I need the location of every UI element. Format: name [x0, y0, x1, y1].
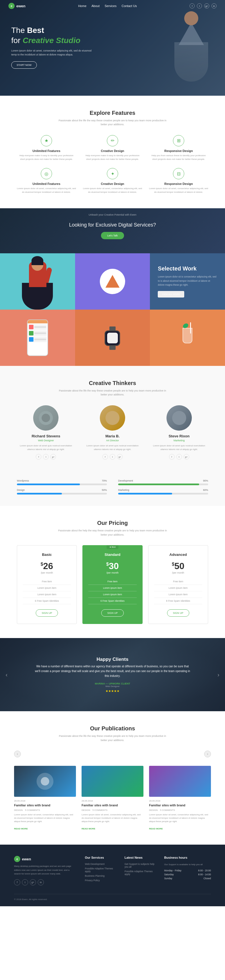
mobile-thumb-2 [29, 331, 33, 336]
dark-banner-pretitle: Unleash your Creative Potential with Ewe… [0, 213, 225, 216]
team-social-fb-2[interactable]: f [102, 454, 108, 460]
feature-icon-2: ✏ [107, 135, 118, 146]
logo-text: ewen [16, 4, 25, 8]
team-member-2: Maria B. Art Director Lorem ipsum dolor … [84, 405, 142, 460]
feature-item-1: ★ Unlimited Features Help everyone make … [17, 135, 76, 161]
pricing-card-advanced: Advanced $50 /per month Free item Lorem … [148, 545, 208, 624]
nav-link-services[interactable]: Services [105, 4, 116, 8]
footer-brand: e ewen Many desktop publishing packages … [14, 856, 76, 885]
woman-figure [22, 256, 53, 310]
footer-hours-mon: Monday - Friday 8:00 - 20:00 [164, 869, 211, 872]
mobile-text-3 [34, 339, 46, 340]
social-icon-in[interactable]: in [211, 3, 217, 8]
feature-desc-2: Help everyone make it easy to identify y… [83, 154, 142, 161]
nav-link-about[interactable]: About [91, 4, 100, 8]
footer-social-gp[interactable]: g+ [30, 879, 36, 885]
footer-logo: e ewen [14, 856, 76, 862]
team-photo-1 [33, 405, 59, 431]
pub-card-2: 28.09.2018 Familiar sites with brand DES… [82, 766, 143, 830]
pub-readmore-1[interactable]: READ MORE [14, 827, 28, 830]
nav-link-home[interactable]: Home [78, 4, 86, 8]
feature-desc-5: Lorem ipsum dolor sit amet, consectetur … [83, 187, 142, 194]
footer-social-tw[interactable]: t [22, 879, 28, 885]
footer-time-sat: 8:00 - 14:00 [198, 873, 211, 876]
plan-feature-std-3: Lorem ipsum item [88, 591, 136, 598]
testimonial-text: We have a number of different teams with… [34, 664, 191, 678]
feature-icon-1: ★ [41, 135, 52, 146]
logo-icon: e [8, 3, 14, 9]
plan-period-basic: /per month [23, 571, 71, 574]
portfolio-cell-mobile[interactable] [0, 310, 75, 366]
footer-hours-sat: Saturday 8:00 - 14:00 [164, 873, 211, 876]
portfolio-cell-watch[interactable] [75, 310, 150, 366]
social-icon-gp[interactable]: g+ [204, 3, 209, 8]
plan-feature-adv-3: Lorem ipsum item [154, 591, 202, 598]
plan-name-advanced: Advanced [154, 552, 202, 557]
portfolio-cell-drink[interactable] [150, 310, 225, 366]
pub-prev-button[interactable]: ‹ [14, 751, 21, 757]
team-social-1: f t g+ [17, 454, 75, 460]
portfolio-cta-button[interactable]: VIEW ALL WORK [158, 291, 184, 298]
testimonial-section: ‹ Happy Clients We have a number of diff… [0, 638, 225, 711]
pub-readmore-3[interactable]: READ MORE [149, 827, 163, 830]
feature-item-4: ◎ Unlimited Features Lorem ipsum dolor s… [17, 168, 76, 194]
team-desc-1: Lorem ipsum dolor sit amet quis nostrud … [17, 444, 75, 452]
team-name-2: Maria B. [84, 434, 142, 438]
testimonial-stars: ★★★★★ [34, 689, 191, 693]
plan-name-standard: Standard [88, 552, 136, 557]
plan-cta-basic[interactable]: SIGN UP [36, 609, 58, 617]
team-subtitle: Passionate about the life the way these … [56, 389, 169, 397]
plan-cta-advanced[interactable]: SIGN UP [167, 609, 189, 617]
team-role-1: Web Designer [17, 439, 75, 442]
feature-desc-4: Lorem ipsum dolor sit amet, consectetur … [17, 187, 76, 194]
dark-banner-section: Unleash your Creative Potential with Ewe… [0, 208, 225, 253]
footer-hours-list: Monday - Friday 8:00 - 20:00 Saturday 8:… [164, 869, 211, 880]
nav-social: f t g+ in [190, 3, 217, 8]
pub-comments-3: 5 COMMENTS [160, 809, 175, 811]
footer-social-fb[interactable]: f [14, 879, 20, 885]
publications-subtitle: Passionate about the life the way these … [56, 734, 169, 742]
team-social-3: f t g+ [150, 454, 208, 460]
team-social-tw-3[interactable]: t [176, 454, 182, 460]
social-icon-tw[interactable]: t [197, 3, 202, 8]
team-social-gp-3[interactable]: g+ [184, 454, 189, 460]
dark-banner-title: Looking for Exclusive Digital Services? [69, 222, 156, 228]
footer-about-text: Many desktop publishing packages and we … [14, 864, 76, 876]
footer-copyright: © 2018 Ewen. All rights reserved. [14, 898, 47, 900]
pricing-grid: Basic $26 /per month Free item Lorem ips… [17, 545, 208, 624]
team-social-tw-1[interactable]: t [43, 454, 49, 460]
triangle-container [100, 269, 125, 294]
portfolio-cell-triangle[interactable] [75, 253, 150, 310]
pub-img-overlay-1 [14, 766, 76, 797]
team-social-tw-2[interactable]: t [110, 454, 115, 460]
team-social-fb-1[interactable]: f [36, 454, 41, 460]
team-social-fb-3[interactable]: f [169, 454, 175, 460]
footer-service-2: Possible Adaptive Themes apply [85, 867, 116, 873]
plan-price-standard: $30 [88, 561, 136, 571]
team-member-1: Richard Stevens Web Designer Lorem ipsum… [17, 405, 75, 460]
skill-bar-design [17, 493, 107, 495]
pub-readmore-2[interactable]: READ MORE [82, 827, 95, 830]
footer-time-mon: 8:00 - 20:00 [198, 869, 211, 872]
footer-day-sun: Sunday [164, 877, 173, 880]
team-member-3: Steve Rixon Marketing Lorem ipsum dolor … [150, 405, 208, 460]
pub-desc-2: Lorem ipsum dolor sit amet, consectetur … [82, 813, 143, 823]
portfolio-section: Selected Work Lorem ipsum dolor sit is c… [0, 253, 225, 366]
testimonial-author: MARINA — UPWORK CLIENT [34, 682, 191, 685]
footer-hours-col: Business hours Our Support is available … [164, 856, 211, 885]
team-social-gp-2[interactable]: g+ [117, 454, 123, 460]
team-social-gp-1[interactable]: g+ [50, 454, 56, 460]
featured-tag: ★ Best [106, 545, 119, 549]
mobile-mockup [27, 320, 48, 356]
pub-next-button[interactable]: › [204, 751, 211, 757]
triangle-icon [106, 275, 119, 288]
social-icon-fb[interactable]: f [190, 3, 195, 8]
footer-social-in[interactable]: in [38, 879, 44, 885]
feature-title-6: Responsive Design [149, 182, 208, 186]
dark-banner-cta[interactable]: Let's Talk [101, 232, 124, 239]
plan-cta-standard[interactable]: SIGN UP [101, 609, 124, 617]
portfolio-cell-woman[interactable] [0, 253, 75, 310]
nav-link-contact[interactable]: Contact Us [122, 4, 137, 8]
pub-category-3: DESIGN [149, 809, 158, 811]
hero-cta-button[interactable]: START NOW [11, 61, 37, 69]
